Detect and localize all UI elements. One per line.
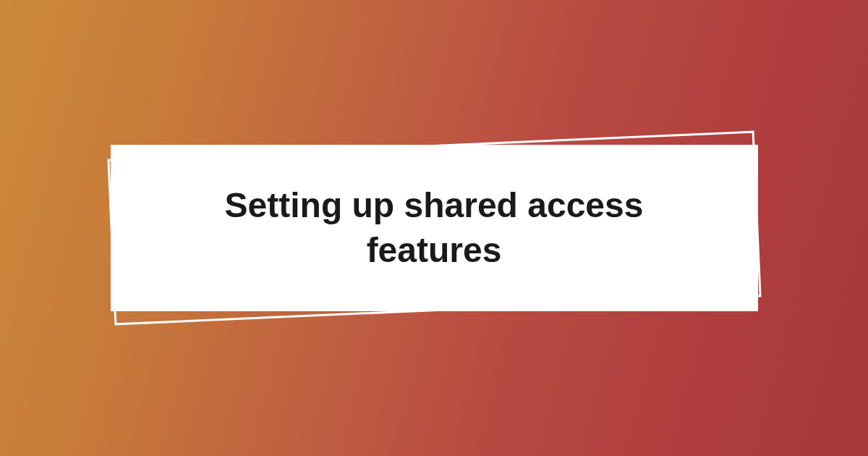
page-title: Setting up shared access features xyxy=(154,183,715,274)
gradient-background: Setting up shared access features xyxy=(0,0,868,456)
title-card-container: Setting up shared access features xyxy=(111,145,758,311)
title-card: Setting up shared access features xyxy=(111,145,758,311)
